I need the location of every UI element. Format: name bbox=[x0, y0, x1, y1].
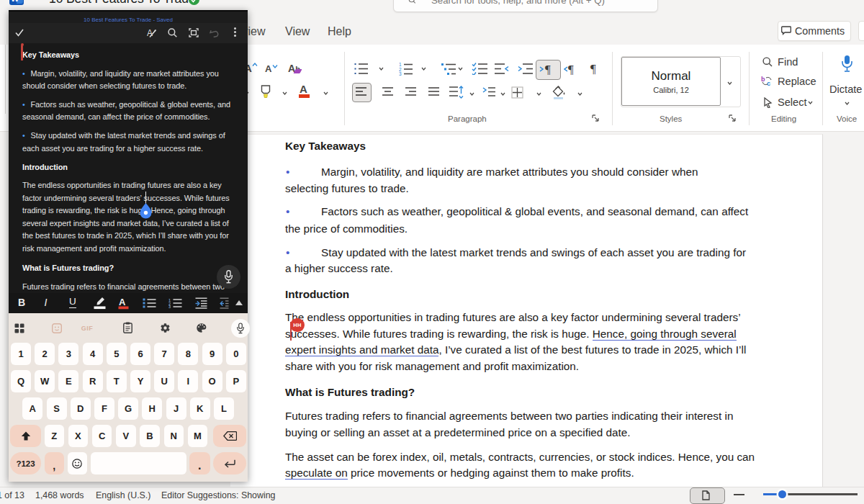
svg-text:c: c bbox=[767, 80, 770, 86]
svg-text:3: 3 bbox=[399, 71, 402, 76]
svg-text:3: 3 bbox=[168, 305, 171, 308]
svg-text:b: b bbox=[761, 76, 765, 83]
svg-text:¶: ¶ bbox=[545, 63, 551, 75]
svg-text:¶: ¶ bbox=[568, 63, 574, 75]
svg-text:A: A bbox=[119, 297, 126, 307]
